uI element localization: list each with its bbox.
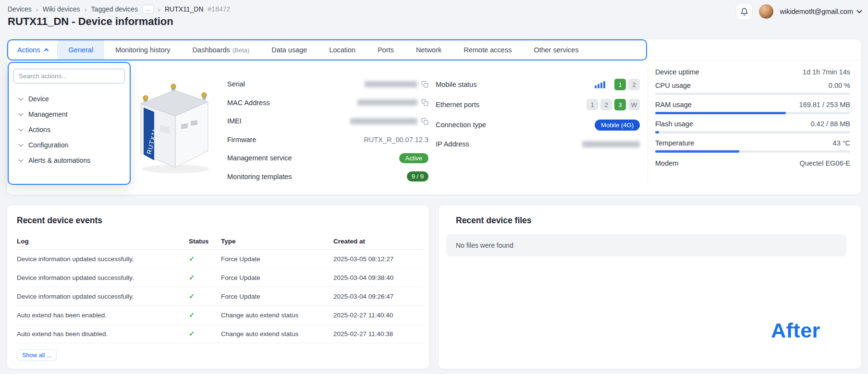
actions-menu-list: Device Management Actions Configuration …: [13, 91, 125, 168]
ram-usage-value: 169.81 / 253 MB: [799, 101, 850, 109]
copy-icon[interactable]: [421, 81, 428, 88]
copy-icon[interactable]: [421, 118, 428, 125]
ethernet-ports-row: Ethernet ports 1 2 3 W: [436, 94, 640, 115]
tab-location-label: Location: [329, 46, 355, 54]
notifications-button[interactable]: [735, 3, 753, 20]
eth-port-2-badge: 2: [600, 99, 612, 110]
show-all-button[interactable]: Show all ...: [17, 350, 57, 361]
user-email: wikidemotlt@gmail.com: [780, 8, 853, 15]
ram-usage-row: RAM usage 169.81 / 253 MB: [655, 101, 850, 109]
tab-dashboards[interactable]: Dashboards (Beta): [182, 40, 261, 60]
table-row: Device information updated successfully.…: [17, 250, 423, 268]
table-row: Auto extend has been enabled. ✓ Change a…: [17, 306, 423, 325]
column-header-status: Status: [189, 238, 221, 245]
monitoring-templates-row: Monitoring templates 9 / 9: [227, 168, 428, 186]
chevron-down-icon: [19, 111, 24, 116]
events-table-header: Log Status Type Created at: [17, 233, 423, 250]
tab-general[interactable]: General: [58, 40, 105, 60]
menu-item-actions[interactable]: Actions: [13, 122, 125, 137]
tab-remote-access[interactable]: Remote access: [452, 40, 523, 60]
serial-label: Serial: [227, 80, 245, 88]
device-info-card: Actions General Monitoring history Dashb…: [7, 39, 861, 195]
connection-type-row: Connection type Mobile (4G): [436, 115, 640, 134]
page: Devices › Wiki devices › Tagged devices …: [0, 0, 868, 374]
chevron-down-icon: [19, 157, 24, 162]
chevron-down-icon: [19, 96, 24, 101]
firmware-label: Firmware: [227, 136, 256, 144]
bell-icon: [740, 8, 748, 16]
actions-dropdown-button[interactable]: Actions: [8, 40, 57, 60]
event-created-at: 2025-03-05 08:12:27: [333, 255, 423, 263]
chevron-down-icon: [19, 127, 24, 132]
device-id-badge: #18472: [208, 5, 231, 13]
modem-row: Modem Quectel EG06-E: [655, 159, 850, 167]
copy-icon[interactable]: [421, 99, 428, 106]
mac-address-value-redacted: [357, 99, 417, 106]
avatar[interactable]: [759, 4, 773, 19]
event-log: Auto extend has been disabled.: [17, 330, 189, 338]
cpu-usage-value: 0.00 %: [829, 82, 850, 89]
ram-usage-label: RAM usage: [655, 101, 692, 109]
table-row: Auto extend has been disabled. ✓ Change …: [17, 325, 423, 343]
imei-label: IMEI: [227, 117, 242, 125]
success-check-icon: ✓: [189, 254, 195, 263]
tab-general-label: General: [69, 46, 94, 54]
tab-ports-label: Ports: [378, 46, 394, 54]
event-created-at: 2025-03-04 09:26:47: [333, 293, 423, 300]
beta-badge: (Beta): [232, 47, 249, 54]
event-type: Change auto extend status: [221, 330, 333, 338]
menu-item-configuration[interactable]: Configuration: [13, 137, 125, 153]
temperature-value: 43 °C: [833, 139, 850, 147]
tab-remote-access-label: Remote access: [464, 46, 512, 54]
column-header-type: Type: [221, 238, 333, 245]
menu-item-management[interactable]: Management: [13, 107, 125, 122]
signal-strength-icon: [595, 81, 605, 88]
breadcrumb-ellipsis-button[interactable]: ...: [142, 5, 154, 13]
ip-address-label: IP Address: [436, 140, 469, 148]
ram-usage-bar: [655, 112, 850, 114]
event-log: Device information updated successfully.: [17, 293, 189, 300]
breadcrumb-devices[interactable]: Devices: [8, 5, 32, 13]
firmware-row: Firmware RUTX_R_00.07.12.3: [227, 131, 428, 149]
uptime-row: Device uptime 1d 1h 7min 14s: [655, 68, 850, 76]
connection-type-badge: Mobile (4G): [595, 120, 640, 131]
mobile-status-label: Mobile status: [436, 81, 477, 88]
recent-files-card: Recent device files No files were found: [438, 205, 861, 369]
tab-monitoring-history[interactable]: Monitoring history: [104, 40, 181, 60]
breadcrumb-wiki-devices[interactable]: Wiki devices: [43, 5, 80, 13]
success-check-icon: ✓: [189, 329, 195, 338]
flash-usage-row: Flash usage 0.42 / 88 MB: [655, 120, 850, 128]
events-table: Log Status Type Created at Device inform…: [17, 233, 423, 343]
menu-item-alerts-automations[interactable]: Alerts & automations: [13, 153, 125, 168]
cpu-usage-row: CPU usage 0.00 %: [655, 82, 850, 89]
user-menu-button[interactable]: wikidemotlt@gmail.com: [780, 8, 861, 15]
tab-data-usage[interactable]: Data usage: [260, 40, 318, 60]
serial-row: Serial: [227, 75, 428, 94]
menu-item-device[interactable]: Device: [13, 91, 125, 107]
tab-dashboards-label: Dashboards: [193, 46, 230, 54]
actions-label: Actions: [17, 46, 40, 54]
tab-ports[interactable]: Ports: [367, 40, 405, 60]
tab-network[interactable]: Network: [405, 40, 452, 60]
uptime-label: Device uptime: [655, 68, 699, 76]
recent-events-title: Recent device events: [7, 205, 429, 226]
tab-other-services[interactable]: Other services: [523, 40, 589, 60]
device-image: RUTX11: [136, 74, 213, 177]
event-created-at: 2025-03-04 09:38:40: [333, 274, 423, 281]
breadcrumb-tagged-devices[interactable]: Tagged devices: [91, 5, 138, 13]
eth-port-1-badge: 1: [587, 99, 598, 110]
management-status-badge: Active: [399, 153, 428, 163]
search-actions-input[interactable]: [13, 69, 125, 84]
tab-data-usage-label: Data usage: [271, 46, 307, 54]
event-type: Force Update: [221, 255, 333, 263]
temperature-label: Temperature: [655, 139, 694, 147]
tab-location[interactable]: Location: [318, 40, 367, 60]
no-files-message: No files were found: [446, 234, 846, 256]
table-row: Device information updated successfully.…: [17, 287, 423, 306]
breadcrumb: Devices › Wiki devices › Tagged devices …: [8, 5, 230, 13]
mac-address-label: MAC Address: [227, 99, 270, 107]
page-title: RUTX11_DN - Device information: [8, 15, 173, 28]
ip-address-value-redacted: [582, 141, 640, 147]
event-created-at: 2025-02-27 11:40:38: [333, 330, 423, 338]
table-row: Device information updated successfully.…: [17, 268, 423, 287]
